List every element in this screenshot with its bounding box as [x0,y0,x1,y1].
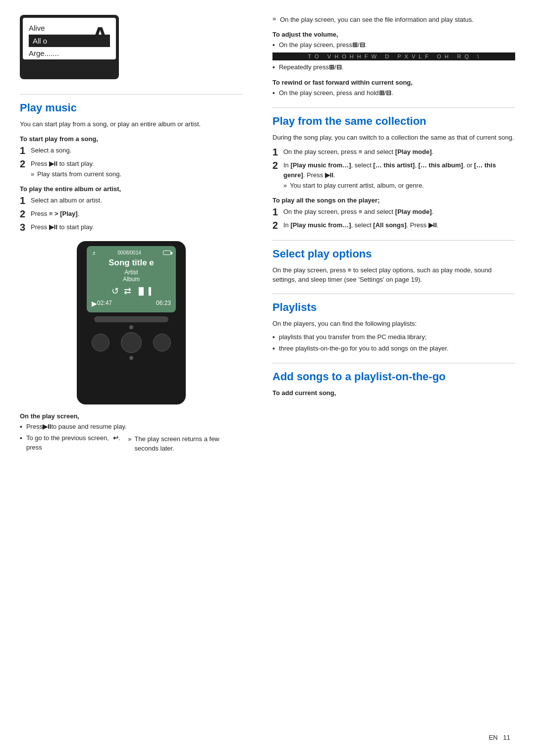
player-controls: ↺ ⇄ ▐▌▐ [92,286,171,297]
on-play-screen-title: On the play screen, [20,412,243,420]
bullet-item: On the play screen, press and hold ⊞ / ⊟… [272,88,515,99]
player-screen: ♬ 0008/0014 Song title e Artist Album ↺ … [87,246,176,312]
step-item: 1 On the play screen, press ≡ and select… [272,146,515,158]
album-name: Album [92,276,171,283]
right-column: On the play screen, you can see the file… [258,15,515,741]
battery-icon [163,251,171,255]
big-letter-a: A [91,24,109,49]
ctrl-row [92,332,171,353]
player-device-illustration: ♬ 0008/0014 Song title e Artist Album ↺ … [77,241,186,404]
section-divider-1 [20,94,243,95]
select-play-options-body: On the play screen, press ≡ to select pl… [272,265,515,285]
section-divider-5 [272,363,515,363]
step-item: 2 Press ≡ > [Play]. [20,208,243,220]
ctrl-btn-left [92,334,109,352]
section-divider-4 [272,294,515,294]
step-item: 2 Press ▶II to start play. Play starts f… [20,158,243,179]
select-play-options-title: Select play options [272,248,515,260]
entire-album-title: To play the entire album or artist, [20,185,243,193]
step-item: 2 In [Play music from…], select [All son… [272,219,515,231]
note-text: On the play screen, you can see the file… [280,15,474,25]
section-divider-3 [272,240,515,241]
control-bar [94,316,168,322]
rewind-ff-bullets: On the play screen, press and hold ⊞ / ⊟… [272,88,515,99]
artist-name: Artist [92,269,171,276]
play-music-title: Play music [20,101,243,114]
current-time: 02:47 [97,300,112,307]
playlists-intro: On the players, you can find the followi… [272,319,515,329]
time-row: ▶ 02:47 06:23 [92,300,171,307]
bullet-item: three playlists-on-the-go for you to add… [272,344,515,354]
page-number: 11 [503,734,510,741]
section-divider-2 [272,107,515,108]
bullet-item: playlists that you transfer from the PC … [272,332,515,343]
ctrl-dot-bottom [129,356,133,360]
language-label: EN [489,734,498,741]
add-songs-title: Add songs to a playlist-on-the-go [272,370,515,383]
playlists-bullets: playlists that you transfer from the PC … [272,332,515,354]
adjust-volume-bullets: On the play screen, press ⊞ / ⊟. [272,40,515,50]
marquee-text: T O V H O H H F W D P X V L F O H R Q \ [308,53,480,59]
bullet-item: On the play screen, press ⊞ / ⊟. [272,40,515,50]
adjust-volume-title: To adjust the volume, [272,31,515,38]
right-top-notes: On the play screen, you can see the file… [272,15,515,25]
repeat-icon: ↺ [111,286,119,297]
note-item: On the play screen, you can see the file… [272,15,515,25]
device-menu-illustration: Alive All o Arge....... A [20,15,119,79]
total-time: 06:23 [156,300,171,307]
shuffle-icon: ⇄ [124,286,131,297]
all-songs-title: To play all the songs on the player; [272,197,515,204]
from-song-steps: 1 Select a song. 2 Press ▶II to start pl… [20,145,243,179]
volume-repeat-bullets: Repeatedly press ⊞ / ⊟. [272,62,515,73]
song-title: Song title e [92,258,171,268]
device-controls [87,316,176,360]
add-current-song-title: To add current song, [272,389,515,397]
from-song-title: To start play from a song, [20,135,243,143]
entire-album-steps: 1 Select an album or artist. 2 Press ≡ >… [20,195,243,233]
rewind-ff-title: To rewind or fast forward within current… [272,79,515,86]
bullet-item: Repeatedly press ⊞ / ⊟. [272,62,515,73]
left-column: Alive All o Arge....... A Play music You… [20,15,258,741]
track-number: 0008/0014 [117,250,141,255]
step-item: 1 Select a song. [20,145,243,156]
play-icon: ▶ [92,300,97,307]
play-from-collection-steps: 1 On the play screen, press ≡ and select… [272,146,515,191]
bullet-item: Press ▶II to pause and resume play. [20,422,243,432]
playlists-title: Playlists [272,301,515,314]
step-item: 2 In [Play music from…], select [… this … [272,159,515,191]
step-item: 3 Press ▶II to start play. [20,221,243,233]
play-music-intro: You can start play from a song, or play … [20,119,243,129]
play-from-collection-title: Play from the same collection [272,115,515,128]
ctrl-dot-top [129,325,133,329]
step-item: 1 Select an album or artist. [20,195,243,206]
ctrl-btn-right [153,334,171,352]
page-footer: EN 11 [489,734,510,741]
marquee-banner: T O V H O H H F W D P X V L F O H R Q \ [272,52,515,60]
play-from-collection-intro: During the song play, you can switch to … [272,133,515,143]
all-songs-steps: 1 On the play screen, press ≡ and select… [272,206,515,231]
step-item: 1 On the play screen, press ≡ and select… [272,206,515,218]
ctrl-btn-center [121,332,142,353]
equalizer-icon: ▐▌▐ [136,287,151,295]
on-play-screen-bullets: Press ▶II to pause and resume play. To g… [20,422,243,454]
bullet-item: To go to the previous screen, press ↩. T… [20,433,243,454]
